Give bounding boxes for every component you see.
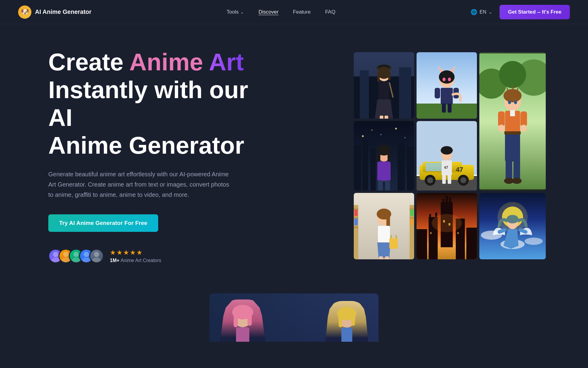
svg-rect-125 <box>354 219 358 225</box>
gallery-image-11 <box>479 193 546 259</box>
svg-point-68 <box>395 128 397 130</box>
svg-point-0 <box>53 252 58 257</box>
avatar-group <box>48 249 104 263</box>
svg-rect-145 <box>417 229 427 259</box>
svg-point-67 <box>380 134 382 135</box>
svg-point-56 <box>498 125 505 132</box>
svg-rect-146 <box>466 228 477 259</box>
gallery-image-5: 47 47 <box>417 121 477 190</box>
svg-rect-168 <box>248 312 252 326</box>
svg-point-50 <box>508 101 511 104</box>
title-word-create: Create <box>48 49 123 75</box>
svg-rect-61 <box>513 159 520 180</box>
logo-icon: 🐶 <box>18 5 31 19</box>
svg-point-91 <box>460 177 466 183</box>
language-selector[interactable]: EN <box>471 9 492 15</box>
bottom-char-left <box>219 299 267 342</box>
svg-rect-176 <box>341 328 352 342</box>
svg-rect-174 <box>339 314 342 327</box>
nav-item-discover[interactable]: Discover <box>258 9 278 15</box>
lang-chevron-icon <box>489 9 492 15</box>
svg-rect-74 <box>407 147 414 190</box>
svg-rect-24 <box>388 73 391 80</box>
svg-point-6 <box>84 252 89 257</box>
get-started-button[interactable]: Get Started -- It's Free <box>500 5 570 19</box>
svg-rect-27 <box>417 104 477 119</box>
svg-rect-142 <box>446 196 448 208</box>
svg-rect-36 <box>441 88 453 104</box>
avatar <box>89 249 104 263</box>
svg-rect-20 <box>380 116 383 119</box>
nav-logo[interactable]: 🐶 AI Anime Generator <box>18 5 91 19</box>
svg-rect-60 <box>506 159 512 180</box>
svg-rect-131 <box>378 226 390 242</box>
svg-point-4 <box>73 252 79 257</box>
svg-point-2 <box>63 252 69 257</box>
gallery-image-3 <box>479 52 546 190</box>
svg-rect-121 <box>354 226 358 229</box>
nav-item-tools[interactable]: Tools <box>227 9 244 15</box>
navbar: 🐶 AI Anime Generator Tools Discover Feat… <box>0 0 588 24</box>
svg-point-161 <box>507 215 519 223</box>
svg-rect-133 <box>389 238 398 249</box>
star-rating: ★★★★★ <box>110 249 161 257</box>
svg-rect-98 <box>448 175 451 184</box>
hero-description: Generate beautiful anime art effortlessl… <box>48 169 235 200</box>
svg-marker-132 <box>377 242 391 258</box>
svg-rect-147 <box>429 214 431 220</box>
svg-rect-151 <box>430 232 432 234</box>
svg-point-44 <box>499 61 526 88</box>
svg-point-8 <box>94 252 99 257</box>
svg-rect-175 <box>351 314 355 326</box>
svg-rect-72 <box>370 148 376 190</box>
globe-icon <box>471 9 477 15</box>
svg-rect-152 <box>457 232 459 234</box>
nav-item-feature[interactable]: Feature <box>293 9 311 15</box>
svg-point-7 <box>82 258 91 263</box>
bottom-teaser <box>0 281 588 342</box>
svg-point-5 <box>72 258 80 263</box>
svg-rect-13 <box>399 67 411 119</box>
nav-center: Tools Discover Feature FAQ <box>227 9 335 15</box>
social-proof: ★★★★★ 1M+ Anime Art Creators <box>48 249 266 263</box>
svg-rect-136 <box>379 256 383 259</box>
svg-text:47: 47 <box>456 166 463 173</box>
bottom-char-right <box>324 301 369 342</box>
svg-rect-17 <box>379 81 389 99</box>
hero-gallery: 47 47 <box>354 52 546 259</box>
svg-text:47: 47 <box>444 165 448 170</box>
svg-rect-59 <box>504 131 521 134</box>
svg-rect-124 <box>354 210 358 216</box>
svg-point-34 <box>443 78 446 81</box>
logo-emoji: 🐶 <box>21 8 29 16</box>
gallery-image-8 <box>417 193 477 259</box>
svg-rect-54 <box>498 111 505 126</box>
svg-rect-21 <box>385 116 388 119</box>
svg-rect-55 <box>520 111 527 126</box>
svg-rect-71 <box>362 139 368 190</box>
svg-point-158 <box>525 238 543 245</box>
svg-marker-19 <box>375 99 393 119</box>
svg-rect-140 <box>442 199 445 208</box>
title-word-art: Art <box>209 49 244 75</box>
hero-title: Create Anime Art Instantly with our AI A… <box>48 48 266 159</box>
gallery-image-2 <box>417 52 477 119</box>
svg-rect-97 <box>442 175 446 184</box>
nav-item-faq[interactable]: FAQ <box>325 9 335 15</box>
proof-text: ★★★★★ 1M+ Anime Art Creators <box>110 249 161 263</box>
svg-rect-53 <box>510 110 515 116</box>
svg-rect-127 <box>410 219 414 225</box>
svg-point-66 <box>371 130 372 131</box>
gallery-image-6 <box>354 121 414 190</box>
hero-section: Create Anime Art Instantly with our AI A… <box>0 24 588 281</box>
svg-rect-70 <box>354 145 361 190</box>
logo-text: AI Anime Generator <box>35 8 91 15</box>
svg-rect-141 <box>449 197 451 208</box>
svg-rect-40 <box>448 104 452 113</box>
bottom-teaser-image <box>209 293 379 342</box>
svg-rect-12 <box>360 70 369 119</box>
try-free-button[interactable]: Try AI Anime Generator For Free <box>48 214 158 232</box>
svg-point-89 <box>427 177 433 183</box>
svg-point-1 <box>51 258 60 263</box>
title-line2: Instantly with our AI <box>48 76 248 131</box>
